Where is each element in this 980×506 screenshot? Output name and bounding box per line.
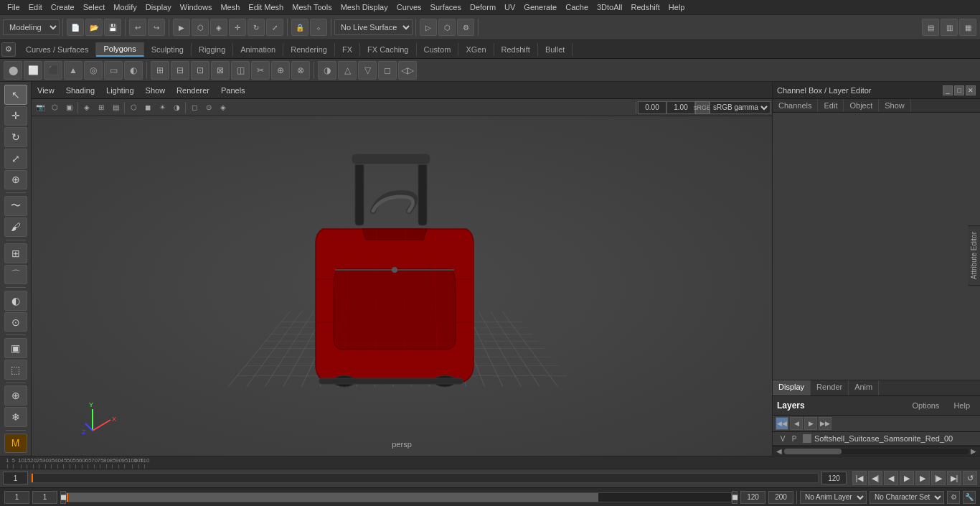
status-range-handle-right[interactable]: ◼ bbox=[732, 491, 738, 504]
menu-edit[interactable]: Edit bbox=[24, 1, 47, 13]
vp-color-mode[interactable]: sRGB bbox=[695, 101, 710, 114]
transport-prev-btn[interactable]: ◀ bbox=[884, 471, 898, 485]
xray-btn[interactable]: ⊕ bbox=[4, 385, 27, 406]
layers-options[interactable]: Options bbox=[906, 399, 945, 412]
vp-xray-joints[interactable]: ⊙ bbox=[202, 100, 216, 115]
vp-menu-show[interactable]: Show bbox=[143, 85, 169, 96]
tab-animation[interactable]: Animation bbox=[233, 43, 283, 56]
menu-mesh[interactable]: Mesh bbox=[216, 1, 244, 13]
tab-display[interactable]: Display bbox=[773, 380, 811, 395]
vp-menu-panels[interactable]: Panels bbox=[218, 85, 248, 96]
render-settings-btn[interactable]: ⚙ bbox=[457, 19, 474, 36]
transport-prev-key-btn[interactable]: ◀| bbox=[868, 471, 882, 485]
shelf-cube[interactable]: ⬜ bbox=[24, 61, 42, 80]
snap-btn[interactable]: 🔒 bbox=[291, 19, 308, 36]
shelf-smooth[interactable]: ◑ bbox=[318, 61, 336, 80]
vp-gamma-input[interactable] bbox=[638, 101, 666, 114]
shelf-extract[interactable]: ⊟ bbox=[171, 61, 189, 80]
soft-select-btn[interactable]: 〜 bbox=[4, 196, 27, 216]
menu-select[interactable]: Select bbox=[79, 1, 110, 13]
transport-start-btn[interactable]: |◀ bbox=[852, 471, 867, 485]
mode-settings-btn[interactable]: ⚙ bbox=[1, 42, 16, 57]
show-hide-btn[interactable]: ◐ bbox=[4, 291, 27, 311]
select-btn[interactable]: ▶ bbox=[173, 19, 190, 36]
new-scene-btn[interactable]: 📄 bbox=[67, 19, 84, 36]
rph-minimize-btn[interactable]: _ bbox=[943, 85, 953, 95]
vp-color-space-select[interactable]: sRGB gamma bbox=[710, 101, 771, 114]
tab-show[interactable]: Show bbox=[879, 99, 911, 112]
attribute-editor-tab[interactable]: Attribute Editor bbox=[968, 225, 980, 286]
menu-generate[interactable]: Generate bbox=[519, 1, 561, 13]
live-surface-dropdown[interactable]: No Live Surface bbox=[334, 19, 413, 35]
snap-point-btn[interactable]: ⬦ bbox=[310, 19, 327, 36]
vp-menu-renderer[interactable]: Renderer bbox=[174, 85, 212, 96]
vp-shadow[interactable]: ◑ bbox=[169, 100, 184, 115]
tab-curves-surfaces[interactable]: Curves / Surfaces bbox=[19, 43, 96, 56]
scroll-thumb[interactable] bbox=[784, 449, 842, 454]
paint-btn[interactable]: 🖌 bbox=[4, 217, 27, 238]
shelf-weld[interactable]: ⊗ bbox=[291, 61, 310, 80]
pivot-btn[interactable]: ⊙ bbox=[4, 312, 27, 332]
transport-play-btn[interactable]: ▶ bbox=[900, 471, 914, 485]
shelf-fill-hole[interactable]: ◻ bbox=[378, 61, 397, 80]
menu-file[interactable]: File bbox=[3, 1, 24, 13]
vp-scale-input[interactable] bbox=[666, 101, 695, 114]
layer-fwd-btn[interactable]: ▶ bbox=[804, 417, 817, 430]
move-btn[interactable]: ✛ bbox=[229, 19, 246, 36]
vp-menu-view[interactable]: View bbox=[34, 85, 57, 96]
menu-uv[interactable]: UV bbox=[500, 1, 519, 13]
vp-isolate[interactable]: ◈ bbox=[80, 100, 94, 115]
menu-display[interactable]: Display bbox=[141, 1, 176, 13]
vp-texture[interactable]: ◼ bbox=[141, 100, 155, 115]
viewport-canvas[interactable]: persp X Y Z bbox=[32, 116, 772, 456]
layer-playback[interactable]: P bbox=[788, 435, 800, 443]
vp-grid[interactable]: ⊞ bbox=[94, 100, 108, 115]
vp-film-gate[interactable]: ▣ bbox=[62, 100, 76, 115]
universal-tool-btn[interactable]: ⊕ bbox=[4, 170, 27, 190]
rotate-tool-btn[interactable]: ↻ bbox=[4, 127, 27, 147]
transport-next-btn[interactable]: ▶ bbox=[915, 471, 930, 485]
vp-menu-lighting[interactable]: Lighting bbox=[103, 85, 137, 96]
status-frame-current[interactable] bbox=[32, 491, 57, 504]
shelf-reduce[interactable]: ▽ bbox=[358, 61, 377, 80]
snap-grid-btn[interactable]: ⊞ bbox=[4, 243, 27, 263]
status-anim-layer-dropdown[interactable]: No Anim Layer bbox=[800, 491, 867, 504]
layer-back-btn[interactable]: ◀ bbox=[790, 417, 803, 430]
tab-redshift[interactable]: Redshift bbox=[494, 43, 538, 56]
shelf-disc[interactable]: ◐ bbox=[124, 61, 143, 80]
open-scene-btn[interactable]: 📂 bbox=[85, 19, 103, 36]
channel-box-btn[interactable]: ▤ bbox=[922, 19, 939, 36]
layer-scrollbar[interactable]: ◀ ▶ bbox=[773, 446, 980, 456]
status-frame-start[interactable] bbox=[4, 491, 29, 504]
shelf-bridge[interactable]: ⊠ bbox=[211, 61, 230, 80]
shelf-triangulate[interactable]: △ bbox=[338, 61, 357, 80]
menu-create[interactable]: Create bbox=[47, 1, 79, 13]
rph-maximize-btn[interactable]: □ bbox=[954, 85, 964, 95]
rph-close-btn[interactable]: ✕ bbox=[966, 85, 976, 95]
lasso-btn[interactable]: ⬡ bbox=[192, 19, 209, 36]
layer-end-btn[interactable]: ▶▶ bbox=[819, 417, 831, 430]
tab-fx-caching[interactable]: FX Caching bbox=[360, 43, 416, 56]
vp-lighting[interactable]: ☀ bbox=[155, 100, 169, 115]
scroll-track[interactable] bbox=[784, 449, 969, 454]
layers-help[interactable]: Help bbox=[948, 399, 976, 412]
status-filter-btn[interactable]: 🔧 bbox=[963, 491, 976, 504]
tab-rigging[interactable]: Rigging bbox=[192, 43, 233, 56]
menu-mesh-tools[interactable]: Mesh Tools bbox=[288, 1, 336, 13]
scale-tool-btn[interactable]: ⤢ bbox=[4, 149, 27, 169]
status-frame-end[interactable] bbox=[740, 491, 765, 504]
shelf-cone[interactable]: ▲ bbox=[64, 61, 83, 80]
status-range-handle-left[interactable]: ◼ bbox=[60, 491, 66, 504]
tab-object[interactable]: Object bbox=[844, 99, 879, 112]
ipr-render-btn[interactable]: ⬡ bbox=[438, 19, 456, 36]
shelf-bevel[interactable]: ◫ bbox=[231, 61, 250, 80]
status-char-set-dropdown[interactable]: No Character Set bbox=[870, 491, 944, 504]
shelf-cylinder[interactable]: ⬛ bbox=[44, 61, 62, 80]
menu-curves[interactable]: Curves bbox=[392, 1, 426, 13]
menu-cache[interactable]: Cache bbox=[561, 1, 593, 13]
tab-fx[interactable]: FX bbox=[335, 43, 360, 56]
status-anim-end[interactable] bbox=[768, 491, 793, 504]
tab-custom[interactable]: Custom bbox=[417, 43, 459, 56]
vp-wireframe[interactable]: ◻ bbox=[187, 100, 202, 115]
transport-end-btn[interactable]: ▶| bbox=[947, 471, 961, 485]
